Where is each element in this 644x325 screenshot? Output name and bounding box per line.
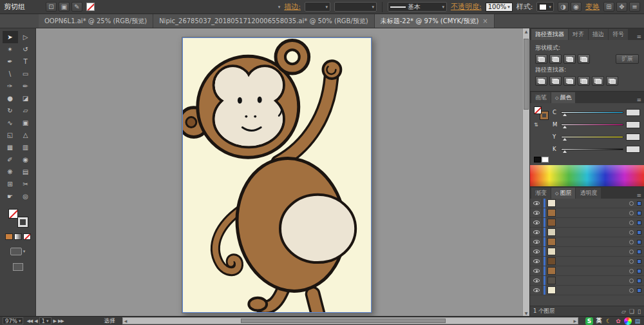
mesh-tool[interactable]: ▦ [3, 141, 18, 153]
brush-definition-dropdown[interactable]: 基本 ▾ [388, 2, 447, 12]
layer-selected-indicator[interactable] [637, 240, 641, 244]
width-tool[interactable]: ∿ [3, 117, 18, 129]
rotate-tool[interactable]: ↻ [3, 104, 18, 117]
merge-button[interactable] [564, 76, 576, 86]
trim-button[interactable] [549, 76, 562, 86]
zoom-dropdown[interactable]: 97% ▾ [3, 317, 23, 324]
blob-brush-tool[interactable]: ● [3, 92, 18, 104]
layer-target-icon[interactable] [629, 230, 634, 235]
visibility-toggle[interactable] [532, 269, 540, 273]
panel-menu-icon[interactable]: ≡ [636, 34, 641, 40]
rectangle-tool[interactable]: ▭ [18, 68, 33, 80]
panel-tab[interactable]: 路径查找器 [531, 29, 568, 40]
align-panel-icon[interactable]: ⊞ [603, 2, 614, 12]
visibility-toggle[interactable] [532, 259, 540, 263]
free-transform-tool[interactable]: ▣ [18, 117, 33, 129]
layer-target-icon[interactable] [629, 211, 634, 215]
horizontal-scrollbar[interactable]: ◀ ▶ [122, 317, 578, 324]
canvas[interactable]: ▲ ▼ [36, 28, 529, 316]
exclude-button[interactable] [578, 54, 590, 64]
panel-tab[interactable]: 对齐 [569, 29, 588, 40]
gradient-mode-button[interactable] [14, 233, 22, 240]
panel-tab[interactable]: 符号 [609, 29, 628, 40]
visibility-toggle[interactable] [532, 211, 540, 215]
first-artboard-button[interactable]: ◀◀ [26, 319, 32, 324]
layer-thumbnail[interactable] [547, 199, 556, 207]
artboard[interactable] [182, 37, 372, 313]
edit-clipping-path-icon[interactable]: ▣ [59, 2, 70, 12]
layer-target-icon[interactable] [629, 240, 634, 244]
layer-row[interactable] [530, 276, 644, 286]
magic-wand-tool[interactable]: ✶ [3, 43, 18, 55]
layer-thumbnail[interactable] [547, 209, 556, 217]
layer-selected-indicator[interactable] [637, 279, 641, 283]
scroll-right-icon[interactable]: ▶ [573, 319, 576, 323]
layer-row[interactable] [530, 286, 644, 295]
layer-target-icon[interactable] [629, 259, 634, 264]
layer-target-icon[interactable] [629, 269, 634, 273]
chevron-down-icon[interactable]: ▾ [278, 5, 281, 10]
minus-back-button[interactable] [606, 76, 618, 86]
lasso-tool[interactable]: ↺ [18, 43, 33, 55]
layer-row[interactable] [530, 237, 644, 247]
symbol-sprayer-tool[interactable]: ❋ [3, 166, 18, 178]
color-spectrum-bar[interactable] [530, 165, 644, 187]
fill-proxy-swatch[interactable] [534, 106, 542, 114]
layer-thumbnail[interactable] [547, 267, 556, 275]
transform-link[interactable]: 变换 [585, 2, 600, 12]
m-value-field[interactable] [626, 121, 640, 128]
line-segment-tool[interactable]: \ [3, 68, 18, 80]
layer-target-icon[interactable] [629, 250, 634, 254]
scale-tool[interactable]: ▱ [18, 104, 33, 117]
layer-selected-indicator[interactable] [637, 269, 641, 273]
layer-thumbnail[interactable] [547, 228, 556, 236]
shape-builder-tool[interactable]: ◱ [3, 129, 18, 141]
layer-selected-indicator[interactable] [637, 211, 641, 215]
layer-row[interactable] [530, 257, 644, 266]
document-tab[interactable]: 未标题-22* @ 97% (CMYK/预览)× [375, 14, 495, 28]
expand-button[interactable]: 扩展 [616, 54, 639, 64]
color-fill-stroke-proxy[interactable] [534, 106, 548, 119]
k-slider-track[interactable] [561, 148, 623, 150]
layer-selected-indicator[interactable] [637, 288, 641, 293]
swap-fill-stroke-icon[interactable]: ⇅ [534, 122, 549, 128]
layer-selected-indicator[interactable] [637, 230, 641, 235]
visibility-toggle[interactable] [532, 288, 540, 292]
ime-keyboard-icon[interactable]: ▤ [634, 317, 641, 325]
sogou-logo-icon[interactable]: S [585, 317, 593, 325]
pen-tool[interactable]: ✒ [3, 55, 18, 68]
y-slider-marker[interactable] [563, 138, 567, 141]
last-artboard-button[interactable]: ▶▶ [58, 319, 64, 324]
vertical-scrollbar-thumb[interactable] [524, 39, 529, 110]
k-value-field[interactable] [626, 146, 640, 153]
artboard-number-box[interactable]: 1▾ [39, 317, 52, 324]
layer-selected-indicator[interactable] [637, 259, 641, 264]
variable-width-profile-dropdown[interactable]: ▾ [334, 2, 377, 12]
isolate-selected-object-icon[interactable]: ⊡ [46, 2, 57, 12]
screen-mode-button[interactable] [13, 263, 23, 271]
close-tab-icon[interactable]: × [482, 17, 488, 25]
none-mode-button[interactable] [23, 233, 31, 240]
make-clipping-mask-icon[interactable]: ▱ [621, 308, 626, 315]
panel-tab[interactable]: ◇图层 [551, 188, 575, 199]
layer-thumbnail[interactable] [547, 286, 556, 294]
perspective-grid-tool[interactable]: △ [18, 129, 33, 141]
artboard-tool[interactable]: ⊞ [3, 178, 18, 190]
layer-row[interactable] [530, 266, 644, 276]
fill-stroke-control[interactable] [8, 209, 28, 227]
unite-button[interactable] [535, 54, 547, 64]
panel-menu-icon[interactable]: ≡ [636, 192, 641, 199]
layer-target-icon[interactable] [629, 201, 634, 206]
intersect-button[interactable] [564, 54, 576, 64]
layer-row[interactable] [530, 218, 644, 228]
opacity-mask-icon[interactable]: ◉ [571, 2, 582, 12]
y-value-field[interactable] [626, 133, 640, 141]
m-slider-marker[interactable] [563, 126, 567, 128]
white-swatch[interactable] [542, 157, 549, 162]
visibility-toggle[interactable] [532, 279, 540, 282]
layer-row[interactable] [530, 228, 644, 237]
visibility-toggle[interactable] [532, 221, 540, 224]
layer-row[interactable] [530, 199, 644, 208]
panel-tab[interactable]: 透明度 [576, 188, 601, 199]
edit-contents-icon[interactable]: ✎ [71, 2, 82, 12]
